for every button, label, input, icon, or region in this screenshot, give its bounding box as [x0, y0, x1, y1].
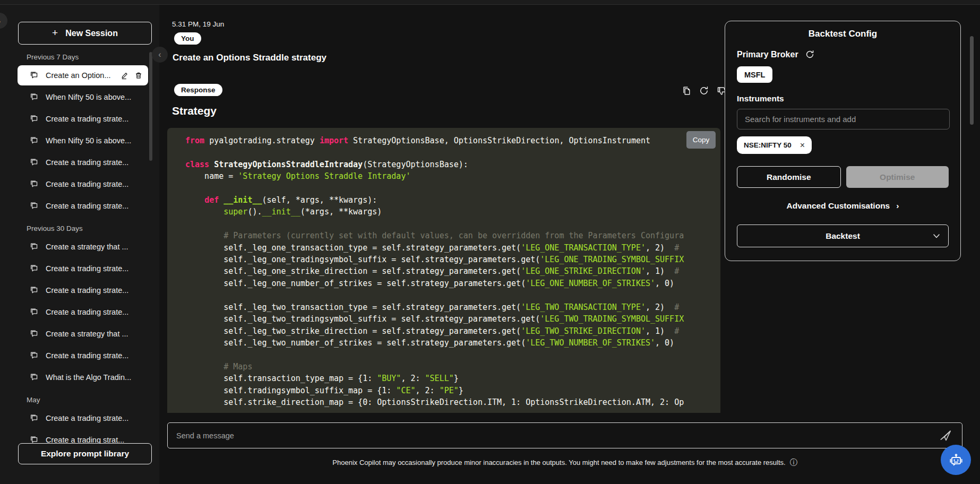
- session-title: Create an Option...: [46, 71, 114, 80]
- response-actions: [681, 85, 727, 96]
- code-line: [185, 289, 720, 301]
- sidebar-session-item[interactable]: When Nifty 50 is above...: [18, 131, 148, 151]
- session-title: Create a strategy that ...: [46, 243, 143, 251]
- chevron-right-icon: ›: [896, 201, 899, 210]
- session-title: Create a trading strate...: [46, 264, 143, 273]
- advanced-customisations-label: Advanced Customisations: [787, 201, 890, 210]
- sidebar-session-item[interactable]: What is the Algo Tradin...: [18, 367, 148, 387]
- sidebar-sections: Previous 7 Days Create an Option... When…: [0, 53, 159, 450]
- code-line: def __init__(self, *args, **kwargs):: [185, 194, 720, 206]
- code-line: [185, 349, 720, 360]
- chat-bubble-icon: [29, 136, 39, 145]
- code-line: self._leg_one_tradingsymbol_suffix = sel…: [185, 254, 720, 265]
- code-line: [185, 146, 720, 158]
- sidebar-session-item[interactable]: Create an Option...: [18, 65, 148, 85]
- sidebar-session-item[interactable]: Create a trading strate...: [18, 152, 148, 172]
- disclaimer-text: Phoenix Copilot may occasionally produce…: [332, 459, 785, 466]
- chat-bubble-icon: [29, 158, 39, 167]
- broker-chip[interactable]: MSFL: [737, 66, 772, 83]
- chat-bubble-icon: [29, 351, 39, 360]
- primary-broker-label: Primary Broker: [737, 50, 798, 59]
- chat-bubble-icon: [29, 92, 39, 102]
- session-title: Create a trading strate...: [46, 115, 143, 123]
- session-title: When Nifty 50 is above...: [46, 93, 143, 101]
- instrument-chip[interactable]: NSE:NIFTY 50 ×: [737, 136, 812, 154]
- backtest-config-panel: Backtest Config Primary Broker MSFL Inst…: [725, 21, 961, 261]
- code-copy-button[interactable]: Copy: [686, 131, 716, 149]
- optimise-button[interactable]: Optimise: [846, 166, 949, 188]
- window-top-strip: [0, 0, 980, 5]
- session-item-actions: [121, 71, 143, 80]
- edit-pencil-icon[interactable]: [121, 71, 129, 80]
- chat-bubble-icon: [29, 242, 39, 252]
- sidebar-session-item[interactable]: Create a trading strate...: [18, 302, 148, 322]
- new-session-label: New Session: [65, 29, 118, 38]
- backtest-mode-dropdown[interactable]: Backtest: [737, 224, 949, 247]
- page-scrollbar[interactable]: [970, 36, 974, 125]
- new-session-button[interactable]: + New Session: [18, 22, 152, 45]
- session-title: What is the Algo Tradin...: [46, 373, 143, 382]
- regenerate-icon[interactable]: [699, 85, 709, 96]
- sidebar-session-item[interactable]: When Nifty 50 is above...: [18, 87, 148, 107]
- code-line: name = 'Strategy Options Straddle Intrad…: [185, 170, 720, 182]
- copy-icon[interactable]: [681, 85, 692, 96]
- user-badge: You: [174, 32, 201, 45]
- backtest-dropdown-label: Backtest: [826, 231, 860, 241]
- chat-bubble-icon: [29, 71, 39, 80]
- sidebar-session-item[interactable]: Create a strategy that ...: [18, 237, 148, 257]
- disclaimer: Phoenix Copilot may occasionally produce…: [167, 458, 962, 468]
- code-line: self._leg_one_strike_direction = self.st…: [185, 265, 720, 277]
- code-line: # Maps: [185, 361, 720, 373]
- explore-prompt-library-button[interactable]: Explore prompt library: [18, 443, 152, 464]
- send-icon[interactable]: [939, 429, 952, 443]
- remove-instrument-icon[interactable]: ×: [800, 141, 805, 150]
- sidebar-session-item[interactable]: Create a trading strate...: [18, 196, 148, 216]
- sidebar-session-item[interactable]: Create a trading strate...: [18, 258, 148, 279]
- refresh-icon[interactable]: [805, 49, 815, 59]
- session-title: Create a trading strate...: [46, 202, 143, 210]
- code-line: self._leg_two_tradingsymbol_suffix = sel…: [185, 313, 720, 325]
- sidebar-session-item[interactable]: Create a trading strate...: [18, 109, 148, 129]
- sidebar-session-item[interactable]: Create a trading strate...: [18, 280, 148, 300]
- session-title: Create a trading strate...: [46, 308, 143, 316]
- robot-chat-icon: [948, 452, 964, 468]
- sidebar-session-item[interactable]: Create a trading strate...: [18, 345, 148, 366]
- instrument-chip-label: NSE:NIFTY 50: [744, 141, 792, 149]
- section-label: Previous 7 Days: [27, 53, 159, 61]
- advanced-customisations-link[interactable]: Advanced Customisations›: [725, 201, 960, 211]
- phoenix-copilot-app: › + New Session Previous 7 Days Create a…: [0, 0, 980, 484]
- info-icon[interactable]: ⓘ: [790, 458, 797, 466]
- sidebar-collapse-button[interactable]: ‹: [152, 47, 168, 63]
- chat-bubble-icon: [29, 179, 39, 189]
- session-title: When Nifty 50 is above...: [46, 136, 143, 145]
- chat-assistant-fab[interactable]: [941, 445, 971, 475]
- sidebar-session-item[interactable]: Create a strategy that ...: [18, 324, 148, 344]
- code-line: self._leg_one_transaction_type = self.st…: [185, 242, 720, 254]
- chat-bubble-icon: [29, 329, 39, 339]
- chat-bubble-icon: [29, 307, 39, 317]
- code-line: super().__init__(*args, **kwargs): [185, 206, 720, 218]
- code-line: self.tradingsymbol_suffix_map = {1: "CE"…: [185, 385, 720, 396]
- session-title: Create a trading strate...: [46, 158, 143, 167]
- code-line: self._leg_one_number_of_strikes = self.s…: [185, 278, 720, 289]
- instruments-label: Instruments: [737, 94, 960, 103]
- chat-bubble-icon: [29, 114, 39, 124]
- code-line: # Parameters (currently set with default…: [185, 230, 720, 241]
- session-title: Create a strategy that ...: [46, 330, 143, 338]
- trash-icon[interactable]: [134, 71, 143, 80]
- session-title: Create a trading strate...: [46, 351, 143, 360]
- sidebar-session-item[interactable]: Create a trading strate...: [18, 174, 148, 194]
- response-badge: Response: [174, 84, 222, 96]
- randomise-button[interactable]: Randomise: [737, 166, 841, 188]
- code-line: self._leg_two_strike_direction = self.st…: [185, 325, 720, 337]
- sidebar-scrollbar[interactable]: [149, 52, 152, 161]
- chat-bubble-icon: [29, 264, 39, 273]
- chat-bubble-icon: [29, 373, 39, 382]
- instrument-search-input[interactable]: [737, 109, 950, 129]
- session-sidebar: + New Session Previous 7 Days Create an …: [0, 5, 159, 484]
- section-label: Previous 30 Days: [27, 224, 159, 232]
- sidebar-session-item[interactable]: Create a trading strate...: [18, 408, 148, 428]
- message-input[interactable]: [167, 422, 962, 448]
- code-line: from pyalgotrading.strategy import Strat…: [185, 135, 720, 146]
- chat-bubble-icon: [29, 286, 39, 295]
